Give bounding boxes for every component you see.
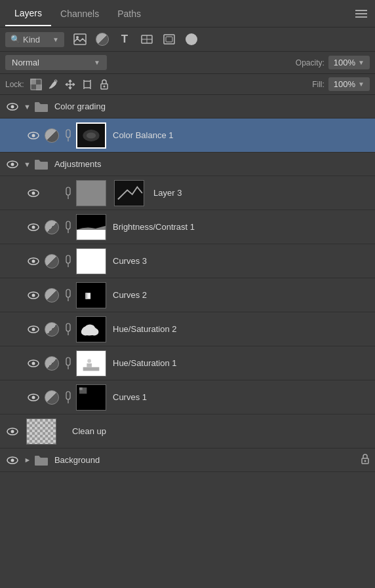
pixel-filter-icon[interactable] <box>72 31 88 47</box>
fill-value-text: 100% <box>334 79 355 89</box>
group-color-grading[interactable]: ▼ Color grading <box>0 95 375 119</box>
svg-rect-47 <box>77 283 106 308</box>
tab-paths[interactable]: Paths <box>108 2 150 26</box>
svg-point-64 <box>87 359 91 363</box>
lock-label: Lock: <box>5 80 24 89</box>
link-icon-hue-saturation-1 <box>63 356 73 371</box>
eye-icon-curves-2[interactable] <box>26 288 41 303</box>
eye-icon-hue-saturation-2[interactable] <box>26 322 41 337</box>
thumb-curves-2 <box>76 282 106 308</box>
folder-icon-background <box>33 454 49 467</box>
mode-icon[interactable] <box>184 31 199 47</box>
link-icon-hue-saturation-2 <box>63 322 73 337</box>
svg-point-57 <box>85 324 95 331</box>
svg-rect-0 <box>74 34 86 45</box>
thumb-brightness-contrast-1 <box>76 214 106 240</box>
layer-name-clean-up: Clean up <box>72 426 106 436</box>
thumb-layer-3-mask <box>114 180 144 206</box>
layer-curves-2[interactable]: Curves 2 <box>0 278 375 312</box>
kind-toolbar-row: 🔍 Kind ▼ T <box>0 28 375 52</box>
svg-rect-43 <box>77 249 106 274</box>
opacity-input[interactable]: 100% ▼ <box>328 56 370 69</box>
layer-name-hue-saturation-2: Hue/Saturation 2 <box>113 324 177 334</box>
svg-point-66 <box>32 395 35 399</box>
lock-artboard-icon[interactable] <box>81 78 94 91</box>
panel-menu-icon[interactable] <box>353 7 370 20</box>
lock-transparent-icon[interactable] <box>30 78 43 91</box>
layer-hue-saturation-1[interactable]: Hue/Saturation 1 <box>0 346 375 380</box>
layer-hue-saturation-2[interactable]: Hue/Saturation 2 <box>0 312 375 346</box>
main-panel: Layers Channels Paths 🔍 Kind ▼ <box>0 0 375 588</box>
lock-row: Lock: <box>0 74 375 95</box>
tab-layers[interactable]: Layers <box>5 1 51 26</box>
eye-icon-color-balance-1[interactable] <box>26 128 41 143</box>
thumb-hue-saturation-1 <box>76 350 106 377</box>
layer-color-balance-1[interactable]: Color Balance 1 <box>0 119 375 153</box>
eye-icon-clean-up[interactable] <box>5 424 20 439</box>
chevron-color-grading[interactable]: ▼ <box>24 103 31 111</box>
lock-all-icon[interactable] <box>98 78 111 91</box>
svg-point-19 <box>103 85 105 87</box>
folder-icon-color-grading <box>33 100 49 113</box>
svg-rect-70 <box>79 387 83 390</box>
svg-point-45 <box>32 293 35 297</box>
layer-curves-3[interactable]: Curves 3 <box>0 244 375 278</box>
svg-rect-33 <box>77 181 106 206</box>
layer-name-curves-1: Curves 1 <box>113 392 147 402</box>
eye-icon-curves-3[interactable] <box>26 254 41 268</box>
layer-layer-3[interactable]: Layer 3 <box>0 176 375 210</box>
layer-curves-1[interactable]: Curves 1 <box>0 380 375 414</box>
chevron-background[interactable]: ▼ <box>23 456 31 464</box>
group-color-grading-label: Color grading <box>54 101 106 111</box>
layer-brightness-contrast-1[interactable]: Brightness/Contrast 1 <box>0 210 375 244</box>
thumb-hue-saturation-2 <box>76 316 106 342</box>
fill-input[interactable]: 100% ▼ <box>328 77 370 91</box>
svg-point-29 <box>11 162 14 166</box>
tabs-bar: Layers Channels Paths <box>0 0 375 28</box>
lock-position-icon[interactable] <box>64 78 77 91</box>
blend-mode-dropdown[interactable]: Normal ▼ <box>5 55 107 70</box>
layer-clean-up[interactable]: Clean up <box>0 414 375 449</box>
svg-rect-6 <box>166 37 172 42</box>
svg-rect-13 <box>84 81 90 88</box>
blend-mode-label: Normal <box>12 58 90 67</box>
layer-name-layer-3: Layer 3 <box>153 188 182 198</box>
group-background[interactable]: ▼ Background <box>0 449 375 472</box>
adjustment-filter-icon[interactable] <box>94 31 110 47</box>
thumb-layer-3 <box>76 180 106 206</box>
svg-point-51 <box>32 327 35 331</box>
tab-channels[interactable]: Channels <box>51 2 108 26</box>
link-icon-layer-3 <box>63 186 73 200</box>
link-icon-color-balance-1 <box>63 128 73 143</box>
thumb-curves-3 <box>76 248 106 274</box>
svg-point-27 <box>87 132 96 138</box>
kind-dropdown[interactable]: 🔍 Kind ▼ <box>5 32 64 47</box>
eye-icon-curves-1[interactable] <box>26 390 41 405</box>
eye-icon-adjustments[interactable] <box>5 157 20 172</box>
eye-icon-brightness-contrast-1[interactable] <box>26 220 41 234</box>
adj-icon-curves-1 <box>45 390 59 405</box>
eye-icon-background[interactable] <box>5 453 20 468</box>
lock-icon-background <box>361 454 370 466</box>
chevron-adjustments[interactable]: ▼ <box>24 160 31 168</box>
blend-mode-row: Normal ▼ Opacity: 100% ▼ <box>0 52 375 74</box>
filter-icons: T <box>72 31 199 47</box>
smart-filter-icon[interactable] <box>161 31 177 47</box>
fill-section: Fill: 100% ▼ <box>312 77 370 91</box>
group-adjustments[interactable]: ▼ Adjustments <box>0 153 375 176</box>
folder-icon-adjustments <box>33 158 49 171</box>
shape-filter-icon[interactable] <box>139 31 155 47</box>
type-filter-icon[interactable]: T <box>117 31 132 47</box>
eye-icon-layer-3[interactable] <box>26 186 41 200</box>
opacity-arrow-icon: ▼ <box>358 59 365 66</box>
opacity-section: Opacity: 100% ▼ <box>296 56 370 69</box>
lock-icons <box>30 78 111 91</box>
svg-rect-63 <box>87 363 92 367</box>
search-icon: 🔍 <box>10 35 20 44</box>
eye-icon-color-grading[interactable] <box>5 100 20 114</box>
fill-label: Fill: <box>312 80 325 89</box>
eye-icon-hue-saturation-1[interactable] <box>26 356 41 371</box>
svg-point-72 <box>11 430 14 433</box>
layer-name-hue-saturation-1: Hue/Saturation 1 <box>113 358 177 368</box>
lock-image-icon[interactable] <box>47 78 60 91</box>
